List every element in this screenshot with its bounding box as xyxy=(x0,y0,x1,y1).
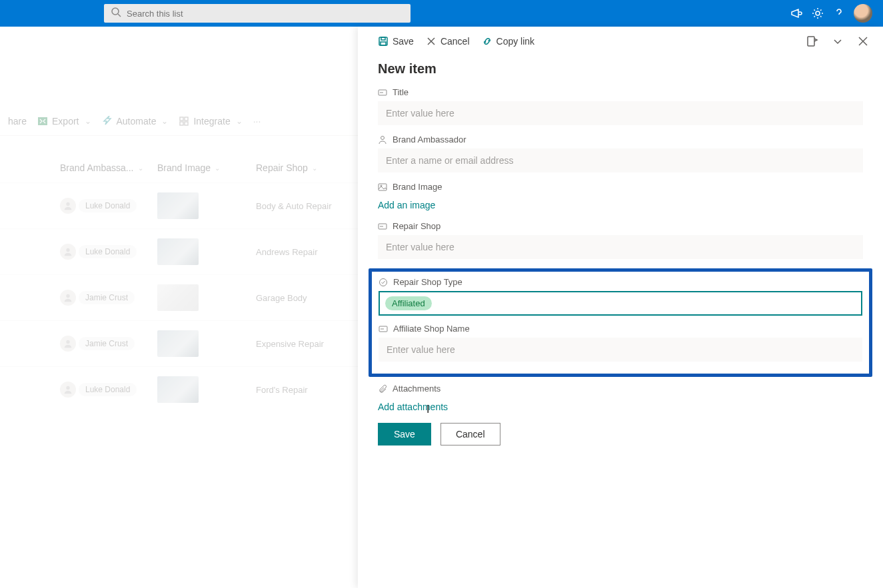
field-label: Title xyxy=(393,87,409,97)
save-button[interactable]: Save xyxy=(378,36,414,47)
affiliate-shop-name-field: Affiliate Shop Name xyxy=(379,324,862,362)
title-input[interactable] xyxy=(378,101,863,125)
repair-shop-field: Repair Shop xyxy=(378,221,863,259)
panel-overlay xyxy=(0,27,358,588)
header-bar xyxy=(0,0,883,27)
field-label: Brand Ambassador xyxy=(393,135,466,145)
svg-rect-14 xyxy=(381,37,385,40)
title-field: Title xyxy=(378,87,863,125)
new-item-panel: Save Cancel Copy link New item Title Bra… xyxy=(358,27,883,588)
text-field-icon xyxy=(378,222,387,231)
image-icon xyxy=(378,182,387,192)
svg-point-2 xyxy=(816,11,820,15)
search-box[interactable] xyxy=(104,4,411,23)
cancel-form-button[interactable]: Cancel xyxy=(441,423,500,445)
svg-rect-15 xyxy=(381,42,386,45)
copy-link-label: Copy link xyxy=(496,36,535,47)
repair-shop-type-field: Repair Shop Type Affiliated xyxy=(379,277,862,316)
cancel-label: Cancel xyxy=(441,36,470,47)
save-form-button[interactable]: Save xyxy=(378,423,431,445)
text-field-icon xyxy=(378,88,387,97)
save-label: Save xyxy=(393,36,414,47)
search-icon xyxy=(111,7,121,20)
field-label: Repair Shop xyxy=(393,221,441,231)
panel-toolbar: Save Cancel Copy link xyxy=(358,27,883,56)
form-actions: Save Cancel xyxy=(378,423,863,445)
svg-point-23 xyxy=(381,136,385,139)
svg-rect-24 xyxy=(379,184,387,190)
field-label: Repair Shop Type xyxy=(393,277,462,287)
add-image-link[interactable]: Add an image xyxy=(378,196,435,212)
person-icon xyxy=(378,135,387,145)
repair-shop-input[interactable] xyxy=(378,235,863,259)
choice-chip: Affiliated xyxy=(385,296,432,310)
gear-icon[interactable] xyxy=(811,7,824,20)
add-attachments-link[interactable]: Add attachments xyxy=(378,398,448,414)
close-icon xyxy=(426,36,437,47)
repair-shop-type-select[interactable]: Affiliated xyxy=(379,291,862,316)
highlight-box: Repair Shop Type Affiliated Affiliate Sh… xyxy=(369,268,872,377)
attachment-icon xyxy=(378,384,387,394)
field-label: Brand Image xyxy=(393,182,442,192)
affiliate-shop-name-input[interactable] xyxy=(379,338,862,362)
chevron-down-icon[interactable] xyxy=(831,35,844,48)
choice-icon xyxy=(379,278,388,287)
brand-ambassador-input[interactable] xyxy=(378,148,863,172)
svg-rect-18 xyxy=(808,37,814,46)
close-panel-icon[interactable] xyxy=(856,35,870,48)
attachments-field: Attachments Add attachments xyxy=(378,384,863,414)
copy-link-button[interactable]: Copy link xyxy=(482,36,535,47)
svg-line-1 xyxy=(118,14,121,17)
text-field-icon xyxy=(379,324,388,334)
svg-point-0 xyxy=(112,8,119,15)
brand-image-field: Brand Image Add an image xyxy=(378,182,863,212)
svg-point-28 xyxy=(380,278,387,286)
panel-title: New item xyxy=(378,61,863,77)
brand-ambassador-field: Brand Ambassador xyxy=(378,135,863,172)
edit-form-icon[interactable] xyxy=(806,35,819,48)
cancel-button[interactable]: Cancel xyxy=(426,36,470,47)
avatar[interactable] xyxy=(854,4,872,23)
help-icon[interactable] xyxy=(832,7,846,20)
save-icon xyxy=(378,36,389,47)
field-label: Affiliate Shop Name xyxy=(393,324,470,334)
link-icon xyxy=(482,36,492,47)
field-label: Attachments xyxy=(393,384,441,394)
search-input[interactable] xyxy=(127,9,404,19)
megaphone-icon[interactable] xyxy=(790,7,803,20)
